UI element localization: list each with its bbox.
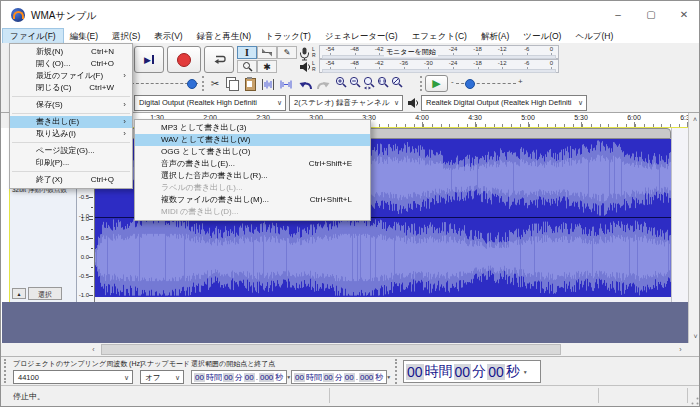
selection-toolbar-grabber[interactable] [4,359,8,383]
recording-meter[interactable]: モニターを開始 -54-48-42-36-30-24-18-12-60 [319,45,559,59]
file-menu-shortcut: Ctrl+O [91,58,114,70]
ruler-minor-tick [485,124,486,127]
copy-button[interactable] [225,77,241,91]
snap-mode-select[interactable]: オフ∨ [140,370,184,384]
file-menu-item-3[interactable]: 閉じる(C)Ctrl+W [10,82,132,94]
scroll-down-icon[interactable]: ˅ [689,330,700,343]
skip-to-end-button[interactable]: ▶ [134,46,164,73]
horizontal-scrollbar[interactable]: ‹ › [1,343,700,356]
selection-tool-button[interactable]: I [237,46,257,59]
play-at-speed-button[interactable]: ▶ [425,75,448,92]
undo-button[interactable] [299,77,315,91]
menubar-item-3[interactable]: 表示(V) [147,29,189,43]
export-submenu-item-6[interactable]: 複数ファイルの書き出し(M)...Ctrl+Shift+L [135,194,370,206]
time-field-spinner-icon[interactable]: ▼ [386,374,391,380]
sample-rate-select[interactable]: 44100∨ [13,370,133,384]
export-submenu-item-0[interactable]: MP3 として書き出し(3) [135,122,370,134]
vruler-tick [89,197,93,198]
recording-device-select[interactable]: Digital Output (Realtek High Definiti∨ [134,95,286,111]
resize-grip-icon[interactable] [691,397,699,405]
selection-toolbar: プロジェクトのサンプリング周波数 (Hz) スナップモード 選択範囲の開始点と終… [1,356,700,385]
redo-button[interactable] [316,77,332,91]
time-field-spinner-icon[interactable]: ▼ [523,369,528,375]
file-menu-item-11[interactable]: 印刷(P)... [10,157,132,169]
file-menu-item-10[interactable]: ページ設定(G)... [10,145,132,157]
envelope-tool-button[interactable] [257,46,277,59]
vruler-label-ch2: 0.0 [81,254,89,260]
ruler-minor-tick [458,124,459,127]
play-at-speed-grabber[interactable] [420,76,424,91]
scroll-up-icon[interactable]: ˄ [689,113,700,126]
export-submenu-item-4[interactable]: 選択した音声の書き出し(R)... [135,170,370,182]
menubar-item-4[interactable]: 録音と再生(N) [190,29,259,43]
zoom-toggle-button[interactable] [391,76,404,91]
recording-meter-scale-tick [551,53,552,55]
export-submenu-item-1[interactable]: WAV として書き出し(W) [135,134,370,146]
ruler-minor-tick [626,124,627,127]
audio-position-display[interactable]: 00時間00分00秒▼ [403,360,541,383]
menubar-item-0[interactable]: ファイル(F) [3,29,63,43]
file-menu-item-5[interactable]: 保存(S)› [10,99,132,111]
file-menu-item-8[interactable]: 取り込み(I)› [10,128,132,140]
trim-audio-button[interactable] [261,77,277,91]
menubar-item-6[interactable]: ジェネレーター(G) [318,29,405,43]
menubar-item-8[interactable]: 解析(A) [474,29,516,43]
zoom-selection-button[interactable] [363,76,376,91]
zoom-out-button[interactable] [349,76,362,91]
edit-toolbar-grabber[interactable] [202,76,206,91]
horizontal-scrollbar-thumb[interactable] [101,344,561,355]
multi-tool-button[interactable]: ✱ [257,60,277,73]
recording-channels-select[interactable]: 2(ステレオ) 録音チャンネル∨ [289,95,403,111]
ruler-minor-tick [476,124,477,127]
scroll-left-icon[interactable]: ‹ [87,343,100,356]
export-submenu: MP3 として書き出し(3)WAV として書き出し(W)OGG として書き出し(… [134,119,371,221]
loop-button[interactable] [204,46,234,73]
monitor-start-overlay[interactable]: モニターを開始 [384,47,438,57]
position-toolbar-grabber[interactable] [395,359,399,384]
ruler-minor-tick [388,124,389,127]
file-menu-item-2[interactable]: 最近のファイル(F)› [10,70,132,82]
playback-speed-slider[interactable] [465,79,475,89]
playback-meter[interactable]: -54-48-42-36-30-24-18-12-60 [319,59,559,73]
paste-button[interactable] [243,77,259,91]
record-button[interactable] [167,46,201,73]
snap-mode-label: スナップモード [140,359,190,369]
recording-meter-scale-label: -48 [350,46,359,53]
zoom-in-button[interactable] [335,76,348,91]
minimize-button[interactable]: – [607,6,629,24]
track-select-button[interactable]: 選択 [28,287,62,300]
recording-volume-slider[interactable] [187,79,197,89]
scroll-right-icon[interactable]: › [674,343,687,356]
selection-start-field[interactable]: 00時間00分00.000秒▼ [191,370,287,384]
track-area-background [2,302,688,343]
vruler-minor-tick [91,267,93,268]
menubar-item-9[interactable]: ツール(O) [516,29,568,43]
export-submenu-item-3[interactable]: 音声の書き出し(E)...Ctrl+Shift+E [135,158,370,170]
file-menu-item-13[interactable]: 終了(X)Ctrl+Q [10,174,132,186]
file-menu-item-1[interactable]: 開く(O)...Ctrl+O [10,58,132,70]
title-bar[interactable]: WMAサンプル – ▢ ✕ [1,1,700,29]
playback-device-select[interactable]: Realtek Digital Output (Realtek High Def… [421,95,587,111]
menubar-item-5[interactable]: トラック(T) [258,29,318,43]
close-button[interactable]: ✕ [673,6,695,24]
ruler-minor-tick [617,124,618,127]
file-menu-item-0[interactable]: 新規(N)Ctrl+N [10,46,132,58]
file-menu-separator [12,96,130,97]
menubar-item-1[interactable]: 編集(E) [63,29,105,43]
draw-tool-button[interactable]: ✎ [277,46,297,59]
menubar-item-2[interactable]: 選択(S) [105,29,147,43]
collapse-track-button[interactable]: ▲ [12,288,26,299]
zoom-fit-button[interactable] [377,76,390,91]
maximize-button[interactable]: ▢ [640,6,662,24]
selection-end-field[interactable]: 00時間00分00.000秒▼ [291,370,387,384]
vertical-scrollbar[interactable]: ˄ ˅ [688,113,700,343]
cut-button[interactable]: ✂ [207,76,223,91]
play-at-speed-icon: ▶ [432,78,440,89]
silence-audio-button[interactable] [279,77,295,91]
export-submenu-item-2[interactable]: OGG として書き出し(O) [135,146,370,158]
menubar-item-10[interactable]: ヘルプ(H) [568,29,620,43]
zoom-tool-button[interactable] [237,60,257,73]
file-menu-item-7[interactable]: 書き出し(E)› [10,116,132,128]
menubar-item-7[interactable]: エフェクト(C) [405,29,474,43]
loop-icon [212,54,227,65]
